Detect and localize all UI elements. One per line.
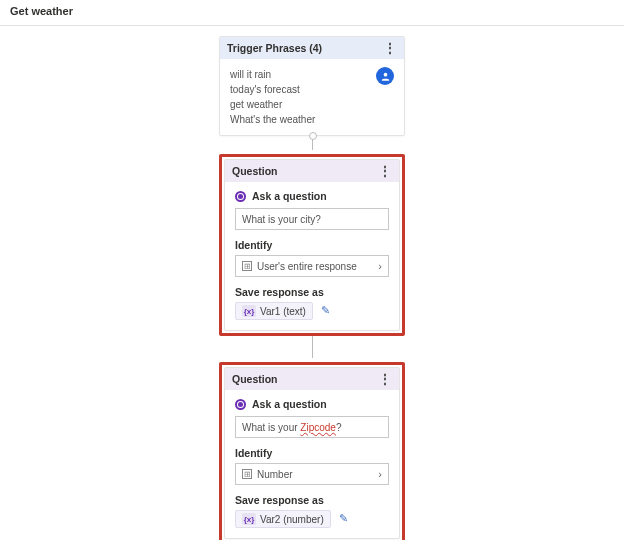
authoring-canvas: Trigger Phrases (4) ⋮ will it rain today… [0,26,624,540]
radio-selected-icon [235,191,246,202]
ask-question-row: Ask a question [235,190,389,202]
trigger-header-label: Trigger Phrases (4) [227,42,322,54]
identify-label: Identify [235,239,389,251]
ask-question-label: Ask a question [252,398,327,410]
more-menu-icon[interactable]: ⋮ [378,168,392,175]
chevron-right-icon: › [378,260,382,272]
identify-select[interactable]: ⊞ Number › [235,463,389,485]
entity-icon: ⊞ [242,469,252,479]
question-header-label: Question [232,165,278,177]
save-response-label: Save response as [235,494,389,506]
trigger-phrase: What's the weather [230,112,315,127]
more-menu-icon[interactable]: ⋮ [383,45,397,52]
radio-selected-icon [235,399,246,410]
connector [312,136,313,150]
identify-label: Identify [235,447,389,459]
variable-icon: {x} [242,305,256,317]
ask-question-label: Ask a question [252,190,327,202]
question-node-highlight: Question ⋮ Ask a question What is your c… [219,154,405,336]
variable-row: {x} Var2 (number) ✎ [235,510,389,528]
identify-select[interactable]: ⊞ User's entire response › [235,255,389,277]
entity-icon: ⊞ [242,261,252,271]
question-header: Question ⋮ [225,368,399,390]
save-response-label: Save response as [235,286,389,298]
trigger-phrase: get weather [230,97,315,112]
edit-icon[interactable]: ✎ [339,512,348,524]
variable-icon: {x} [242,513,256,525]
persona-icon [376,67,394,85]
identify-value: User's entire response [257,261,357,272]
trigger-header: Trigger Phrases (4) ⋮ [220,37,404,59]
chevron-right-icon: › [378,468,382,480]
question-text-value: What is your Zipcode? [242,422,342,433]
trigger-phrases-node[interactable]: Trigger Phrases (4) ⋮ will it rain today… [219,36,405,136]
page-title: Get weather [0,0,624,26]
variable-name: Var2 (number) [260,514,324,525]
connector [312,336,313,358]
question-node[interactable]: Question ⋮ Ask a question What is your c… [224,159,400,331]
question-text-value: What is your city? [242,214,321,225]
identify-value: Number [257,469,293,480]
trigger-phrase: today's forecast [230,82,315,97]
question-text-input[interactable]: What is your Zipcode? [235,416,389,438]
question-node[interactable]: Question ⋮ Ask a question What is your Z… [224,367,400,539]
trigger-phrase-list: will it rain today's forecast get weathe… [230,67,315,127]
trigger-body: will it rain today's forecast get weathe… [220,59,404,135]
question-header: Question ⋮ [225,160,399,182]
ask-question-row: Ask a question [235,398,389,410]
variable-chip[interactable]: {x} Var1 (text) [235,302,313,320]
question-node-highlight: Question ⋮ Ask a question What is your Z… [219,362,405,540]
trigger-phrase: will it rain [230,67,315,82]
question-body: Ask a question What is your Zipcode? Ide… [225,390,399,538]
edit-icon[interactable]: ✎ [321,304,330,316]
variable-name: Var1 (text) [260,306,306,317]
question-header-label: Question [232,373,278,385]
more-menu-icon[interactable]: ⋮ [378,376,392,383]
svg-point-0 [383,72,387,76]
variable-chip[interactable]: {x} Var2 (number) [235,510,331,528]
question-text-input[interactable]: What is your city? [235,208,389,230]
variable-row: {x} Var1 (text) ✎ [235,302,389,320]
question-body: Ask a question What is your city? Identi… [225,182,399,330]
page-title-text: Get weather [10,5,73,17]
